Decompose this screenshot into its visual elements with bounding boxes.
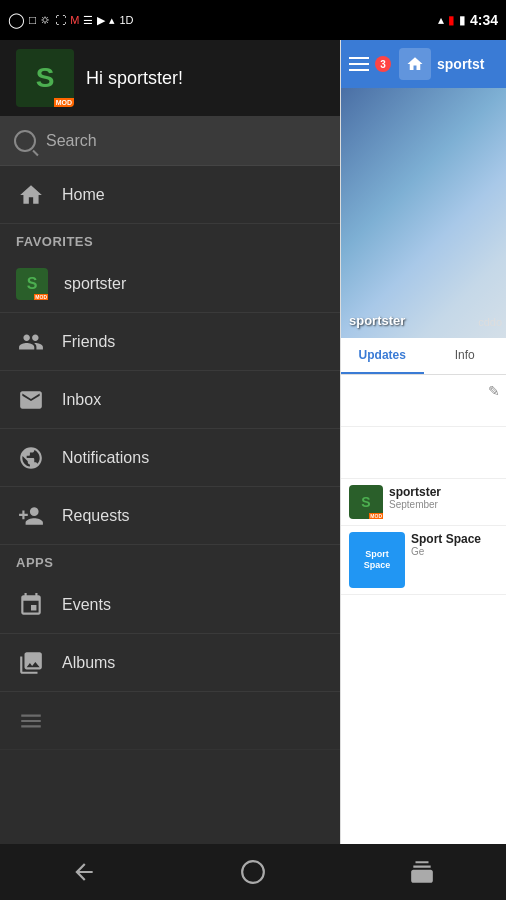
home-button-icon[interactable]: [399, 48, 431, 80]
sport-space-card[interactable]: Sport Space Sport Space Ge: [341, 526, 506, 595]
back-button[interactable]: [54, 852, 114, 892]
sport-space-title: Sport Space: [411, 532, 498, 546]
update-content: sportster September: [389, 485, 498, 510]
recents-button[interactable]: [392, 852, 452, 892]
bike2-icon: ⛶: [55, 14, 66, 26]
post-area[interactable]: ✎: [341, 375, 506, 427]
motorola-icon: ◯: [8, 11, 25, 29]
bike-icon: ⛭: [40, 14, 51, 26]
greeting-text: Hi sportster!: [86, 68, 183, 89]
bottom-nav: [0, 844, 506, 900]
sidebar-item-sportster[interactable]: S MOD sportster: [0, 255, 340, 313]
post-area-2: [341, 427, 506, 479]
time-display: 4:34: [470, 12, 498, 28]
update-avatar-letter: S: [361, 494, 370, 510]
status-bar: ◯ □ ⛭ ⛶ M ☰ ▶ ▴ 1D ▴ ▮ ▮ 4:34: [0, 0, 506, 40]
favorites-header: FAVORITES: [0, 224, 340, 255]
right-panel-title: sportst: [437, 56, 498, 72]
sport-space-thumbnail: Sport Space: [349, 532, 405, 588]
globe-icon: [16, 443, 46, 473]
small-mod-badge: MOD: [34, 294, 48, 300]
update-avatar: S MOD: [349, 485, 383, 519]
status-right-icons: ▴ ▮ ▮ 4:34: [438, 12, 498, 28]
search-label: Search: [46, 132, 97, 150]
right-panel: 3 sportst sportster cddo Updates Info ✎: [340, 40, 506, 900]
sport-space-content: Sport Space Ge: [411, 532, 498, 557]
albums-icon: [16, 648, 46, 678]
friends-icon: [16, 327, 46, 357]
signal-icon: ▴: [438, 13, 444, 27]
search-bar[interactable]: Search: [0, 116, 340, 166]
tab-info[interactable]: Info: [424, 338, 507, 374]
profile-header: S MOD Hi sportster!: [0, 40, 340, 116]
sim-icon: 1D: [119, 14, 133, 26]
home-icon: [16, 180, 46, 210]
profile-second-name: cddo: [478, 316, 502, 328]
friends-label: Friends: [62, 333, 115, 351]
bars-icon: ☰: [83, 14, 93, 27]
sidebar-item-inbox[interactable]: Inbox: [0, 371, 340, 429]
albums-label: Albums: [62, 654, 115, 672]
update-username: sportster: [389, 485, 498, 499]
profile-image-area: sportster cddo: [341, 88, 506, 338]
update-mod-badge: MOD: [369, 513, 383, 519]
right-panel-header: 3 sportst: [341, 40, 506, 88]
home-button[interactable]: [223, 852, 283, 892]
events-icon: [16, 590, 46, 620]
edit-icon[interactable]: ✎: [488, 383, 500, 399]
sidebar: S MOD Hi sportster! Search Home FAVORITE…: [0, 40, 340, 900]
wifi-icon: ▴: [109, 14, 115, 27]
battery-fill-icon: ▮: [448, 13, 455, 27]
sport-space-subtitle: Ge: [411, 546, 498, 557]
hamburger-icon[interactable]: [349, 57, 369, 71]
moderator-badge: MOD: [54, 98, 74, 107]
battery-icon: ▮: [459, 13, 466, 27]
requests-icon: [16, 501, 46, 531]
main-area: S MOD Hi sportster! Search Home FAVORITE…: [0, 40, 506, 900]
apps-header: APPS: [0, 545, 340, 576]
mute-icon: ▶: [97, 14, 105, 27]
requests-label: Requests: [62, 507, 130, 525]
sidebar-item-albums[interactable]: Albums: [0, 634, 340, 692]
image-icon: □: [29, 13, 36, 27]
sidebar-item-notifications[interactable]: Notifications: [0, 429, 340, 487]
inbox-label: Inbox: [62, 391, 101, 409]
search-icon: [14, 130, 36, 152]
sport-space-thumb-text2: Space: [364, 560, 391, 571]
avatar: S MOD: [16, 49, 74, 107]
update-item[interactable]: S MOD sportster September: [341, 479, 506, 526]
notification-badge: 3: [375, 56, 391, 72]
sport-space-thumb-text1: Sport: [365, 549, 389, 560]
events-label: Events: [62, 596, 111, 614]
home-label: Home: [62, 186, 105, 204]
more-icon: [16, 706, 46, 736]
sidebar-item-home[interactable]: Home: [0, 166, 340, 224]
status-left-icons: ◯ □ ⛭ ⛶ M ☰ ▶ ▴ 1D: [8, 11, 133, 29]
tab-updates[interactable]: Updates: [341, 338, 424, 374]
profile-name: sportster: [349, 313, 405, 328]
notifications-label: Notifications: [62, 449, 149, 467]
sportster-label: sportster: [64, 275, 126, 293]
sidebar-item-events[interactable]: Events: [0, 576, 340, 634]
tabs-row: Updates Info: [341, 338, 506, 375]
inbox-icon: [16, 385, 46, 415]
sportster-avatar: S MOD: [16, 268, 48, 300]
gmail-icon: M: [70, 14, 79, 26]
sidebar-item-more[interactable]: [0, 692, 340, 750]
update-time: September: [389, 499, 498, 510]
sidebar-item-requests[interactable]: Requests: [0, 487, 340, 545]
sidebar-item-friends[interactable]: Friends: [0, 313, 340, 371]
